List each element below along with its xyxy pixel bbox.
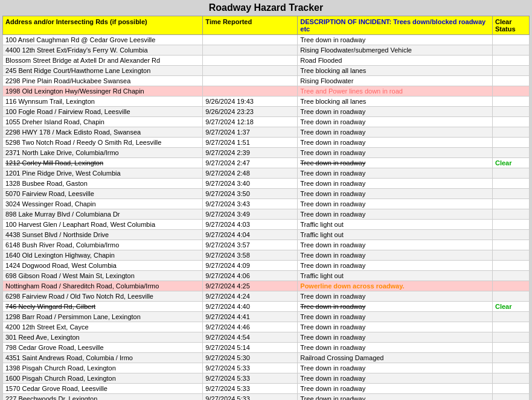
- cell-description: Tree down in roadway: [298, 35, 493, 45]
- cell-address: 2298 Pine Plain Road/Huckabee Swansea: [3, 76, 203, 86]
- table-row: 100 Ansel Caughman Rd @ Cedar Grove Lees…: [3, 35, 530, 45]
- cell-address: 1600 Pisgah Church Road, Lexington: [3, 373, 203, 384]
- cell-description: Tree down in roadway: [298, 322, 493, 332]
- cell-time: [203, 45, 298, 56]
- cell-clear: [492, 138, 529, 148]
- cell-time: [203, 86, 298, 97]
- cell-time: [203, 66, 298, 76]
- cell-address: 4200 12th Street Ext, Cayce: [3, 322, 203, 332]
- cell-description: Tree down in roadway: [298, 168, 493, 179]
- table-row: 1055 Dreher Island Road, Chapin9/27/2024…: [3, 117, 530, 127]
- table-row: 227 Beechwoods Dr, Lexington9/27/2024 5:…: [3, 394, 530, 401]
- cell-description: Tree down in roadway: [298, 343, 493, 353]
- cell-clear: [492, 332, 529, 343]
- table-row: 245 Bent Ridge Court/Hawthorne Lane Lexi…: [3, 66, 530, 76]
- cell-clear: [492, 394, 529, 401]
- cell-description: Tree down in roadway: [298, 240, 493, 250]
- cell-clear: [492, 56, 529, 66]
- cell-time: 9/27/2024 4:06: [203, 271, 298, 281]
- cell-time: 9/27/2024 4:04: [203, 230, 298, 240]
- cell-description: Tree down in roadway: [298, 332, 493, 343]
- table-row: 5070 Fairview Road, Leesville9/27/2024 3…: [3, 189, 530, 199]
- cell-address: 798 Cedar Grove Road, Leesville: [3, 343, 203, 353]
- cell-address: 227 Beechwoods Dr, Lexington: [3, 394, 203, 401]
- table-row: 2371 North Lake Drive, Columbia/Irmo9/27…: [3, 148, 530, 158]
- cell-description: Tree down in roadway: [298, 363, 493, 373]
- cell-time: 9/26/2024 23:23: [203, 107, 298, 117]
- cell-time: [203, 35, 298, 45]
- cell-address: 1212 Corley Mill Road, Lexington: [3, 158, 203, 168]
- cell-clear: [492, 343, 529, 353]
- cell-address: 301 Reed Ave, Lexington: [3, 332, 203, 343]
- table-row: 1212 Corley Mill Road, Lexington9/27/202…: [3, 158, 530, 168]
- cell-description: Tree blocking all lanes: [298, 66, 493, 76]
- cell-clear: [492, 291, 529, 302]
- cell-description: Tree down in roadway: [298, 148, 493, 158]
- cell-address: 1424 Dogwood Road, West Columbia: [3, 261, 203, 271]
- cell-description: Tree down in roadway: [298, 384, 493, 394]
- table-row: 4351 Saint Andrews Road, Columbia / Irmo…: [3, 353, 530, 363]
- cell-time: 9/27/2024 3:50: [203, 189, 298, 199]
- cell-address: 1328 Busbee Road, Gaston: [3, 179, 203, 189]
- table-row: 100 Fogle Road / Fairview Road, Leesvill…: [3, 107, 530, 117]
- table-row: 1640 Old Lexington Highway, Chapin9/27/2…: [3, 250, 530, 261]
- cell-time: 9/27/2024 3:58: [203, 250, 298, 261]
- table-row: 1998 Old Lexington Hwy/Wessinger Rd Chap…: [3, 86, 530, 97]
- cell-description: Tree down in roadway: [298, 261, 493, 271]
- cell-clear: [492, 107, 529, 117]
- cell-time: 9/27/2024 4:41: [203, 312, 298, 322]
- table-row: 5298 Two Notch Road / Reedy O Smith Rd, …: [3, 138, 530, 148]
- table-row: Nottingham Road / Shareditch Road, Colum…: [3, 281, 530, 291]
- cell-clear: [492, 66, 529, 76]
- hazard-table: Address and/or Intersecting Rds (if poss…: [2, 16, 530, 400]
- cell-clear: [492, 127, 529, 138]
- cell-clear: [492, 35, 529, 45]
- cell-description: Tree down in roadway: [298, 312, 493, 322]
- cell-clear: [492, 322, 529, 332]
- table-row: 6298 Fairview Road / Old Two Notch Rd, L…: [3, 291, 530, 302]
- table-row: Blossom Street Bridge at Axtell Dr and A…: [3, 56, 530, 66]
- cell-clear: [492, 168, 529, 179]
- cell-time: 9/27/2024 4:09: [203, 261, 298, 271]
- page-title: Roadway Hazard Tracker: [2, 2, 530, 13]
- cell-time: 9/26/2024 19:43: [203, 97, 298, 107]
- table-row: 1424 Dogwood Road, West Columbia9/27/202…: [3, 261, 530, 271]
- cell-address: Blossom Street Bridge at Axtell Dr and A…: [3, 56, 203, 66]
- cell-description: Tree and Power lines down in road: [298, 86, 493, 97]
- cell-clear: [492, 312, 529, 322]
- cell-description: Tree down in roadway: [298, 179, 493, 189]
- cell-address: 4438 Sunset Blvd / Northside Drive: [3, 230, 203, 240]
- cell-clear: [492, 86, 529, 97]
- cell-description: Traffic light out: [298, 220, 493, 230]
- cell-description: Tree down in roadway: [298, 138, 493, 148]
- cell-description: Tree down in roadway: [298, 107, 493, 117]
- cell-address: 5298 Two Notch Road / Reedy O Smith Rd, …: [3, 138, 203, 148]
- table-row: 4200 12th Street Ext, Cayce9/27/2024 4:4…: [3, 322, 530, 332]
- cell-clear: [492, 271, 529, 281]
- cell-clear: [492, 117, 529, 127]
- cell-address: 1201 Pine Ridge Drive, West Columbia: [3, 168, 203, 179]
- cell-clear: [492, 281, 529, 291]
- cell-time: [203, 56, 298, 66]
- cell-description: Tree down in roadway: [298, 373, 493, 384]
- cell-clear: [492, 373, 529, 384]
- cell-address: Nottingham Road / Shareditch Road, Colum…: [3, 281, 203, 291]
- cell-address: 4351 Saint Andrews Road, Columbia / Irmo: [3, 353, 203, 363]
- cell-clear: [492, 261, 529, 271]
- cell-time: 9/27/2024 4:46: [203, 322, 298, 332]
- cell-clear: [492, 230, 529, 240]
- table-row: 4438 Sunset Blvd / Northside Drive9/27/2…: [3, 230, 530, 240]
- cell-clear: [492, 148, 529, 158]
- header-clear: Clear Status: [492, 16, 529, 35]
- cell-description: Road Flooded: [298, 56, 493, 66]
- cell-clear: [492, 384, 529, 394]
- cell-description: Tree down in roadway: [298, 302, 493, 312]
- table-row: 4400 12th Street Ext/Friday's Ferry W. C…: [3, 45, 530, 56]
- cell-address: 1298 Barr Road / Persimmon Lane, Lexingt…: [3, 312, 203, 322]
- cell-time: 9/27/2024 5:33: [203, 384, 298, 394]
- table-row: 746 Neely Wingard Rd, Gilbert9/27/2024 4…: [3, 302, 530, 312]
- cell-description: Powerline down across roadway.: [298, 281, 493, 291]
- cell-clear: [492, 209, 529, 220]
- cell-clear: [492, 179, 529, 189]
- cell-description: Tree blocking all lanes: [298, 97, 493, 107]
